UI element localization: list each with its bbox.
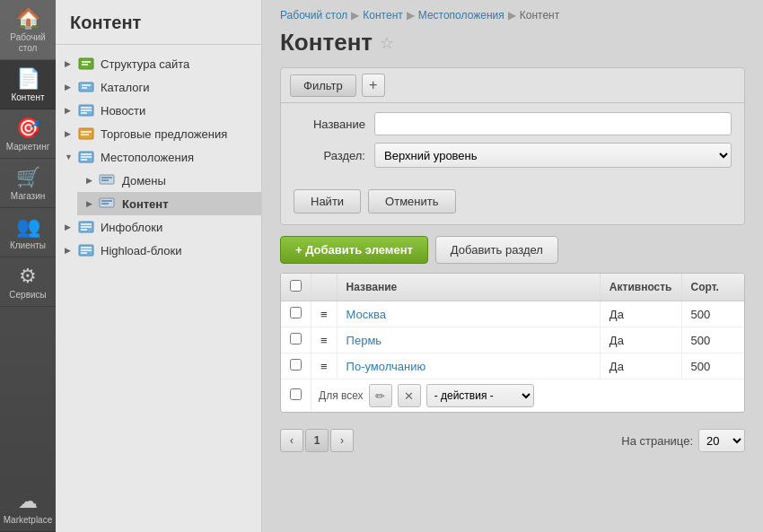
sidebar-item-content[interactable]: 📄 Контент (0, 60, 56, 109)
row2-name: Пермь (337, 327, 600, 353)
table-row: ≡ По-умолчанию Да 500 (281, 353, 744, 379)
nav-panel: Контент ▶ Структура сайта ▶ (56, 0, 262, 532)
action-row: + Добавить элемент Добавить раздел (262, 236, 763, 273)
breadcrumb-item-content[interactable]: Контент (363, 9, 402, 22)
row1-drag[interactable]: ≡ (311, 301, 338, 327)
add-element-button[interactable]: + Добавить элемент (280, 236, 428, 264)
table-header-row: Название Активность Сорт. (281, 274, 744, 301)
svg-rect-0 (79, 58, 93, 69)
structure-icon (77, 57, 95, 71)
row2-name-link[interactable]: Пермь (346, 334, 382, 347)
bulk-label: Для всех (319, 389, 364, 402)
nav-tree-item-catalogs[interactable]: ▶ Каталоги (56, 75, 261, 99)
select-all-checkbox[interactable] (290, 280, 302, 292)
find-button[interactable]: Найти (294, 189, 361, 214)
nav-sub-item-domains[interactable]: ▶ Домены (77, 169, 261, 192)
row3-name-link[interactable]: По-умолчанию (346, 360, 426, 373)
nav-tree-item-highload[interactable]: ▶ Highload-блоки (56, 239, 261, 262)
nav-label-highload: Highload-блоки (101, 244, 181, 257)
sidebar-label-content: Контент (11, 92, 44, 103)
filter-actions: Найти Отменить (281, 184, 744, 224)
nav-sub-item-content[interactable]: ▶ Контент (77, 192, 261, 215)
highload-icon (77, 243, 95, 257)
sidebar-item-clients[interactable]: 👥 Клиенты (0, 208, 56, 257)
nav-label-infoblocks: Инфоблоки (101, 221, 162, 234)
pagination-prev[interactable]: ‹ (280, 429, 303, 452)
row2-checkbox[interactable] (290, 333, 302, 344)
sidebar-item-marketing[interactable]: 🎯 Маркетинг (0, 109, 56, 159)
nav-label-offers: Торговые предложения (101, 127, 227, 141)
offers-icon (77, 126, 95, 141)
filter-tab[interactable]: Фильтр (290, 74, 356, 97)
row1-sort: 500 (681, 301, 744, 327)
nav-item-catalogs[interactable]: ▶ Каталоги (56, 75, 261, 99)
row3-sort: 500 (681, 353, 744, 379)
nav-tree-item-infoblocks[interactable]: ▶ Инфоблоки (56, 215, 261, 239)
breadcrumb-sep-1: ▶ (351, 9, 359, 22)
locations-icon (77, 150, 95, 164)
arrow-offers: ▶ (65, 129, 74, 138)
nav-item-structure[interactable]: ▶ Структура сайта (56, 52, 261, 75)
filter-label-section: Раздел: (294, 149, 365, 162)
nav-tree: ▶ Структура сайта ▶ (56, 45, 261, 269)
nav-label-content-sub: Контент (122, 197, 169, 211)
filter-box: Фильтр + Название Раздел: Верхний уровен… (280, 67, 745, 225)
sidebar-label-services: Сервисы (9, 290, 46, 301)
star-icon[interactable]: ☆ (380, 33, 394, 53)
th-checkbox (281, 274, 311, 301)
breadcrumb-item-dashboard[interactable]: Рабочий стол (280, 9, 347, 22)
nav-tree-item-structure[interactable]: ▶ Структура сайта (56, 52, 261, 75)
breadcrumb-sep-3: ▶ (508, 9, 516, 22)
row2-drag[interactable]: ≡ (311, 327, 338, 353)
row1-checkbox-cell (281, 301, 311, 327)
filter-row-name: Название (294, 112, 732, 135)
row3-activity: Да (600, 353, 681, 379)
sidebar-item-dashboard[interactable]: 🏠 Рабочий стол (0, 0, 56, 60)
breadcrumb-item-locations[interactable]: Местоположения (418, 9, 504, 22)
row3-drag[interactable]: ≡ (311, 353, 338, 379)
sidebar-item-services[interactable]: ⚙ Сервисы (0, 257, 56, 307)
arrow-infoblocks: ▶ (65, 222, 74, 231)
nav-tree-item-offers[interactable]: ▶ Торговые предложения (56, 122, 261, 145)
nav-label-structure: Структура сайта (101, 57, 189, 71)
pagination-current[interactable]: 1 (305, 429, 329, 452)
pagination: ‹ 1 › (280, 429, 354, 452)
bulk-checkbox[interactable] (290, 388, 302, 400)
row1-name-link[interactable]: Москва (346, 308, 386, 321)
th-sort: Сорт. (681, 274, 744, 301)
nav-item-infoblocks[interactable]: ▶ Инфоблоки (56, 215, 261, 239)
filter-input-name[interactable] (374, 112, 732, 135)
sidebar-label-marketplace: Marketplace (4, 515, 52, 526)
row1-activity: Да (600, 301, 681, 327)
nav-tree-item-locations[interactable]: ▼ Местоположения (56, 145, 261, 169)
nav-tree-item-news[interactable]: ▶ Новости (56, 99, 261, 122)
th-activity: Активность (600, 274, 681, 301)
sidebar-item-marketplace[interactable]: ☁ Marketplace (0, 483, 56, 532)
filter-tabs: Фильтр + (281, 68, 744, 103)
arrow-highload: ▶ (65, 246, 74, 255)
nav-item-news[interactable]: ▶ Новости (56, 99, 261, 122)
filter-add-button[interactable]: + (362, 74, 385, 97)
row1-checkbox[interactable] (290, 307, 302, 318)
bulk-delete-button[interactable]: ✕ (398, 384, 421, 407)
bulk-edit-button[interactable]: ✏ (369, 384, 392, 407)
nav-item-locations[interactable]: ▼ Местоположения ▶ (56, 145, 261, 215)
nav-sub-locations: ▶ Домены ▶ (56, 169, 261, 215)
sidebar-item-shop[interactable]: 🛒 Магазин (0, 159, 56, 208)
bulk-actions-select[interactable]: - действия - (426, 384, 534, 407)
nav-sub-item-domains-row[interactable]: ▶ Домены (77, 169, 261, 192)
row3-checkbox-cell (281, 353, 311, 379)
row3-checkbox[interactable] (290, 359, 302, 371)
per-page-select[interactable]: 20 50 100 (698, 429, 745, 452)
table-row: ≡ Москва Да 500 (281, 301, 744, 327)
filter-select-section[interactable]: Верхний уровень (374, 143, 732, 168)
nav-item-highload[interactable]: ▶ Highload-блоки (56, 239, 261, 262)
add-section-button[interactable]: Добавить раздел (435, 236, 558, 264)
cancel-button[interactable]: Отменить (368, 189, 455, 214)
news-icon (77, 103, 95, 118)
bulk-row: Для всех ✏ ✕ - действия - (281, 379, 744, 413)
nav-item-offers[interactable]: ▶ Торговые предложения (56, 122, 261, 145)
nav-sub-item-content-row[interactable]: ▶ Контент (77, 192, 261, 215)
nav-label-news: Новости (101, 104, 145, 118)
pagination-next[interactable]: › (330, 429, 354, 452)
